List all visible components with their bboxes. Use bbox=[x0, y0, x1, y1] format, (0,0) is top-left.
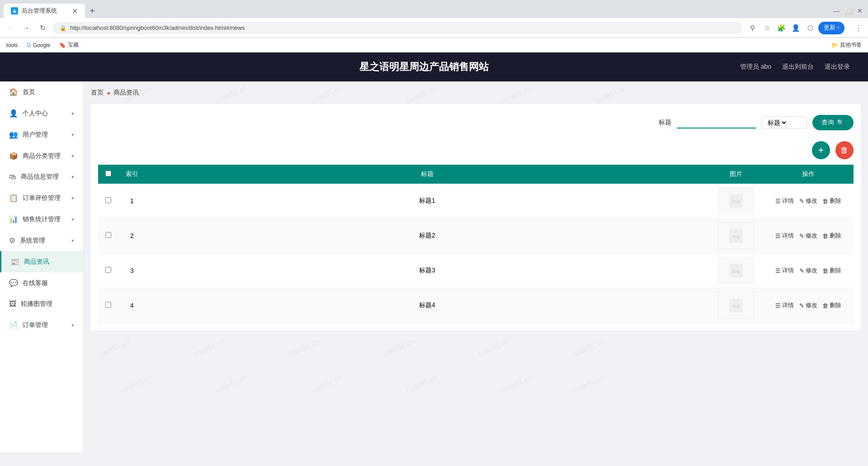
detail-button-4[interactable]: ☰ 详情 bbox=[775, 301, 794, 309]
bookmark-tools[interactable]: tools bbox=[4, 41, 20, 49]
zoom-button[interactable]: ⚲ bbox=[746, 22, 759, 34]
watermark-52: code51.cn bbox=[405, 373, 439, 395]
row-index: 4 bbox=[118, 288, 146, 323]
bookmark-other[interactable]: 📁 其他书签 bbox=[829, 40, 864, 50]
chevron-down-icon-8: ▾ bbox=[71, 322, 74, 328]
edit-button-4[interactable]: ✎ 修改 bbox=[799, 301, 817, 309]
row-image: img bbox=[709, 253, 763, 288]
table-header-title: 标题 bbox=[146, 165, 709, 184]
sidebar-item-order-mgmt[interactable]: 📄 订单管理 ▾ bbox=[0, 314, 83, 336]
search-button-label: 查询 bbox=[821, 119, 834, 127]
row-checkbox-1[interactable] bbox=[105, 197, 111, 203]
delete-button-4[interactable]: 🗑 删除 bbox=[822, 301, 841, 309]
bookmark-google[interactable]: G Google bbox=[24, 41, 53, 49]
watermark-44: code51.cn bbox=[192, 337, 226, 359]
profile-button[interactable]: 👤 bbox=[789, 22, 802, 34]
breadcrumb-home[interactable]: 首页 bbox=[91, 89, 104, 97]
detail-icon: ☰ bbox=[775, 233, 781, 239]
edit-icon: ✎ bbox=[799, 233, 804, 239]
tab-close-button[interactable]: ✕ bbox=[72, 7, 78, 15]
update-button[interactable]: 更新 › bbox=[818, 22, 844, 34]
row-checkbox-4[interactable] bbox=[105, 302, 111, 308]
chevron-down-icon-5: ▾ bbox=[71, 195, 74, 201]
browser-tab[interactable]: 后台管理系统 ✕ bbox=[4, 4, 85, 18]
reload-button[interactable]: ↻ bbox=[36, 22, 49, 34]
search-input[interactable] bbox=[680, 119, 753, 126]
watermark-46: code51.cn bbox=[382, 337, 416, 359]
restore-button[interactable]: ⬜ bbox=[844, 6, 853, 15]
edit-icon: ✎ bbox=[799, 267, 804, 274]
system-icon: ⚙ bbox=[9, 236, 15, 245]
delete-button-2[interactable]: 🗑 删除 bbox=[822, 232, 841, 240]
tab-title: 后台管理系统 bbox=[22, 7, 68, 15]
forward-button[interactable]: → bbox=[20, 22, 33, 34]
table-header-image: 图片 bbox=[709, 165, 763, 184]
add-button[interactable]: + bbox=[812, 141, 830, 159]
search-title-label: 标题 bbox=[659, 119, 671, 127]
edit-button-2[interactable]: ✎ 修改 bbox=[799, 232, 817, 240]
watermark-50: code51.cn bbox=[215, 373, 249, 395]
edit-button-1[interactable]: ✎ 修改 bbox=[799, 197, 817, 205]
watermark-48: code51.cn bbox=[572, 337, 606, 359]
delete-icon: 🗑 bbox=[822, 267, 828, 274]
logout-button[interactable]: 退出登录 bbox=[825, 63, 850, 71]
watermark-53: code51.cn bbox=[500, 373, 533, 395]
search-input-group bbox=[677, 117, 756, 128]
row-checkbox-2[interactable] bbox=[105, 232, 111, 238]
sidebar-item-customer-service[interactable]: 💬 在线客服 bbox=[0, 272, 83, 294]
search-bar: 标题 标题 查询 🔍 bbox=[98, 111, 854, 134]
row-image-box: img bbox=[718, 292, 754, 319]
bookmark-collection[interactable]: 🔖 宝藏 bbox=[57, 40, 81, 50]
detail-button-3[interactable]: ☰ 详情 bbox=[775, 266, 794, 275]
detail-button-1[interactable]: ☰ 详情 bbox=[775, 197, 794, 205]
row-index: 2 bbox=[118, 219, 146, 253]
sidebar-item-system[interactable]: ⚙ 系统管理 ▾ bbox=[0, 230, 83, 251]
extensions-button[interactable]: 🧩 bbox=[775, 22, 788, 34]
detail-button-2[interactable]: ☰ 详情 bbox=[775, 232, 794, 240]
sidebar-item-category[interactable]: 📦 商品分类管理 ▾ bbox=[0, 145, 83, 166]
sidebar-item-carousel[interactable]: 🖼 轮播图管理 bbox=[0, 294, 83, 314]
sidebar-item-sales[interactable]: 📊 销售统计管理 ▾ bbox=[0, 209, 83, 230]
bookmark-google-label: Google bbox=[33, 42, 51, 48]
svg-text:img: img bbox=[732, 234, 740, 239]
row-checkbox-3[interactable] bbox=[105, 267, 111, 273]
sidebar-item-orders-eval[interactable]: 📋 订单评价管理 ▾ bbox=[0, 187, 83, 209]
category-icon: 📦 bbox=[9, 152, 18, 160]
sidebar-item-personal[interactable]: 👤 个人中心 ▾ bbox=[0, 103, 83, 124]
back-to-frontend-button[interactable]: 退出到前台 bbox=[782, 63, 814, 71]
close-button[interactable]: ✕ bbox=[855, 6, 864, 15]
service-icon: 💬 bbox=[9, 279, 18, 287]
edit-icon: ✎ bbox=[799, 198, 804, 204]
sync-button[interactable]: ⬡ bbox=[804, 22, 816, 34]
app-title: 星之语明星周边产品销售网站 bbox=[108, 60, 740, 74]
batch-delete-button[interactable]: 🗑 bbox=[835, 141, 854, 159]
back-button[interactable]: ← bbox=[4, 22, 16, 34]
watermark-47: code51.cn bbox=[477, 337, 511, 359]
row-actions: ☰ 详情 ✎ 修改 🗑 删除 bbox=[763, 253, 854, 288]
delete-button-1[interactable]: 🗑 删除 bbox=[822, 197, 841, 205]
edit-button-3[interactable]: ✎ 修改 bbox=[799, 266, 817, 275]
sidebar-item-products[interactable]: 🛍 商品信息管理 ▾ bbox=[0, 166, 83, 187]
sidebar-item-news[interactable]: 📰 商品资讯 bbox=[0, 251, 83, 272]
delete-icon: 🗑 bbox=[822, 233, 828, 239]
new-tab-button[interactable]: + bbox=[85, 4, 99, 18]
detail-icon: ☰ bbox=[775, 198, 781, 204]
breadcrumb-separator: ■ bbox=[107, 90, 110, 95]
url-text: http://localhost:8080/springboot60m3k/ad… bbox=[70, 24, 735, 31]
address-bar[interactable]: 🔒 http://localhost:8080/springboot60m3k/… bbox=[52, 22, 742, 34]
chevron-down-icon-2: ▾ bbox=[71, 132, 74, 138]
svg-marker-0 bbox=[13, 9, 16, 13]
sidebar-item-home[interactable]: 🏠 首页 bbox=[0, 81, 83, 103]
users-icon: 👥 bbox=[9, 130, 18, 139]
row-title: 标题2 bbox=[146, 219, 709, 253]
sidebar-item-users[interactable]: 👥 用户管理 ▾ bbox=[0, 124, 83, 145]
search-select[interactable]: 标题 bbox=[766, 119, 788, 127]
settings-button[interactable]: ⋮ bbox=[852, 22, 864, 34]
delete-button-3[interactable]: 🗑 删除 bbox=[822, 266, 841, 275]
detail-icon: ☰ bbox=[775, 302, 781, 309]
minimize-button[interactable]: — bbox=[832, 6, 841, 15]
home-icon: 🏠 bbox=[9, 88, 18, 96]
select-all-checkbox[interactable] bbox=[105, 171, 111, 176]
bookmark-button[interactable]: ☆ bbox=[760, 22, 773, 34]
search-button[interactable]: 查询 🔍 bbox=[812, 115, 854, 130]
